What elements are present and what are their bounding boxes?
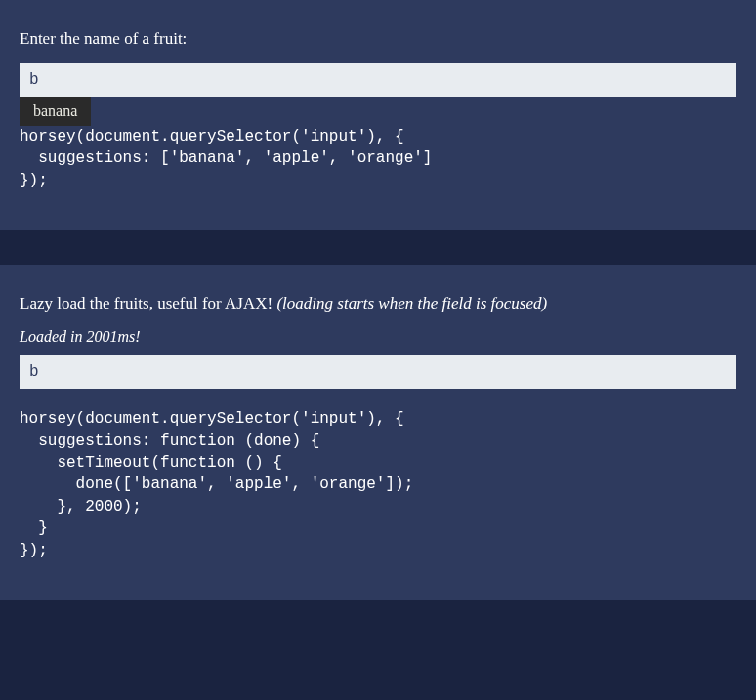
label-italic-text: (loading starts when the field is focuse… — [276, 294, 547, 312]
label-main-text: Lazy load the fruits, useful for AJAX! — [20, 294, 276, 312]
example-panel-lazy: Lazy load the fruits, useful for AJAX! (… — [0, 265, 756, 600]
input-label: Lazy load the fruits, useful for AJAX! (… — [20, 294, 736, 313]
loading-status: Loaded in 2001ms! — [20, 328, 736, 346]
autocomplete-suggestion[interactable]: banana — [20, 97, 91, 126]
code-example: horsey(document.querySelector('input'), … — [20, 126, 736, 191]
input-label: Enter the name of a fruit: — [20, 29, 736, 49]
fruit-input[interactable] — [20, 63, 736, 97]
input-wrapper: banana — [20, 63, 736, 97]
code-example: horsey(document.querySelector('input'), … — [20, 408, 736, 561]
fruit-input-lazy[interactable] — [20, 355, 736, 389]
input-wrapper — [20, 355, 736, 389]
example-panel-basic: Enter the name of a fruit: banana horsey… — [0, 0, 756, 230]
